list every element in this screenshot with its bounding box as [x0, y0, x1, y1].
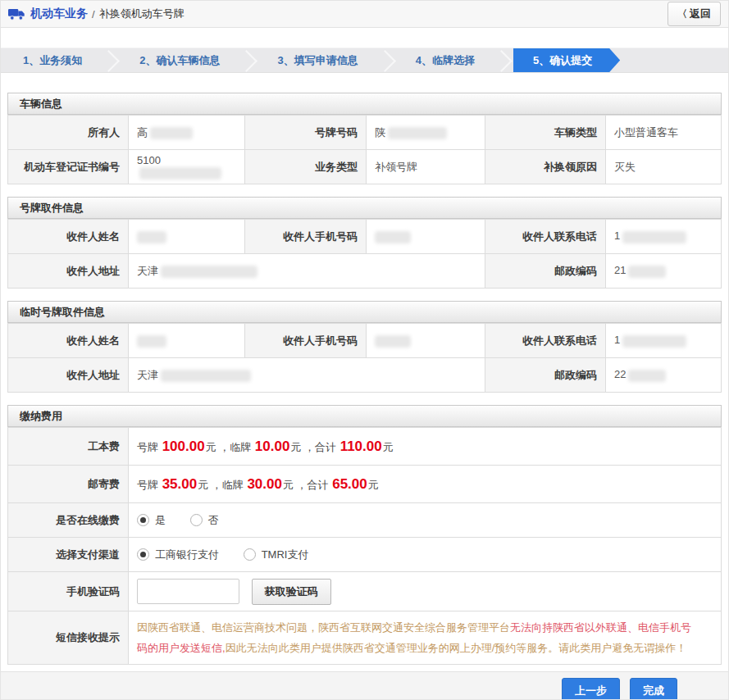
sms-notice-label: 短信接收提示 — [8, 611, 129, 665]
breadcrumb-separator: / — [92, 8, 95, 20]
temp-plate-pickup-table: 收件人姓名 收件人手机号码 收件人联系电话 1 收件人地址 天津 邮政编码 22 — [7, 323, 722, 393]
postage-fee-value: 号牌 35.00元 ，临牌 30.00元 ，合计 65.00元 — [129, 466, 722, 503]
registration-cert-value: 5100 — [129, 150, 245, 184]
step-separator-icon — [497, 48, 510, 72]
redacted-value — [375, 335, 411, 348]
recipient-name-value — [129, 220, 245, 254]
table-row: 机动车登记证书编号 5100 业务类型 补领号牌 补换领原因 灭失 — [8, 150, 722, 184]
footer-bar: 上一步 完成 — [1, 671, 728, 700]
recipient-mobile-value — [367, 220, 485, 254]
recipient-address-label: 收件人地址 — [8, 254, 129, 289]
redacted-value — [628, 266, 666, 278]
section-vehicle-info: 车辆信息 所有人 高 号牌号码 陕 车辆类型 小型普通客车 机动车登记证书编号 … — [7, 93, 722, 184]
plate-number-label: 号牌号码 — [245, 116, 367, 150]
replace-reason-value: 灭失 — [606, 150, 722, 184]
plate-number-value: 陕 — [367, 116, 485, 150]
redacted-value — [161, 370, 251, 382]
table-row: 收件人地址 天津 邮政编码 21 — [8, 254, 722, 289]
back-chevron-icon: 〈 — [677, 7, 687, 21]
sms-code-cell: 获取验证码 — [129, 572, 722, 611]
recipient-phone-value: 1 — [606, 324, 722, 358]
table-row: 手机验证码 获取验证码 — [8, 572, 722, 611]
table-row: 是否在线缴费 是 否 — [8, 503, 722, 538]
radio-channel-icbc-label[interactable]: 工商银行支付 — [155, 548, 219, 561]
vehicle-type-value: 小型普通客车 — [606, 116, 722, 150]
tab-step-1[interactable]: 1、业务须知 — [1, 48, 104, 72]
fee-amount: 30.00 — [246, 476, 283, 492]
fee-amount: 100.00 — [162, 439, 206, 454]
fees-table: 工本费 号牌 100.00元 ，临牌 10.00元 ，合计 110.00元 邮寄… — [7, 427, 722, 665]
breadcrumb-service-title: 机动车业务 — [30, 7, 88, 21]
recipient-address-label: 收件人地址 — [8, 358, 129, 393]
payment-channel-label: 选择支付渠道 — [8, 538, 129, 572]
radio-channel-tmri-label[interactable]: TMRI支付 — [262, 548, 309, 561]
tab-step-2[interactable]: 2、确认车辆信息 — [117, 48, 242, 72]
page: 机动车业务 / 补换领机动车号牌 〈 返回 1、业务须知 2、确认车辆信息 3、… — [0, 0, 729, 700]
vehicle-info-table: 所有人 高 号牌号码 陕 车辆类型 小型普通客车 机动车登记证书编号 5100 … — [7, 115, 722, 184]
zip-code-value: 22 — [606, 358, 722, 393]
production-fee-label: 工本费 — [8, 428, 129, 466]
step-separator-icon — [104, 48, 117, 72]
table-row: 短信接收提示 因陕西省联通、电信运营商技术问题，陕西省互联网交通安全综合服务管理… — [8, 611, 722, 665]
section-title: 临时号牌取件信息 — [7, 301, 722, 323]
recipient-name-label: 收件人姓名 — [8, 220, 129, 254]
replace-reason-label: 补换领原因 — [485, 150, 606, 184]
radio-online-no-label[interactable]: 否 — [208, 514, 219, 526]
production-fee-value: 号牌 100.00元 ，临牌 10.00元 ，合计 110.00元 — [129, 428, 722, 466]
steps-bar: 1、业务须知 2、确认车辆信息 3、填写申请信息 4、临牌选择 5、确认提交 — [1, 48, 728, 73]
redacted-value — [388, 127, 447, 139]
recipient-mobile-value — [367, 324, 485, 358]
radio-online-yes-label[interactable]: 是 — [155, 514, 166, 526]
tab-step-3[interactable]: 3、填写申请信息 — [255, 48, 380, 72]
tab-step-5-active[interactable]: 5、确认提交 — [513, 48, 620, 72]
table-row: 收件人姓名 收件人手机号码 收件人联系电话 1 — [8, 220, 722, 254]
tab-step-4[interactable]: 4、临牌选择 — [394, 48, 497, 72]
section-title: 缴纳费用 — [7, 405, 722, 427]
back-button[interactable]: 〈 返回 — [667, 2, 721, 26]
sms-code-input[interactable] — [137, 579, 239, 604]
business-type-value: 补领号牌 — [367, 150, 485, 184]
finish-button[interactable]: 完成 — [630, 678, 677, 700]
table-row: 工本费 号牌 100.00元 ，临牌 10.00元 ，合计 110.00元 — [8, 428, 722, 466]
recipient-mobile-label: 收件人手机号码 — [245, 324, 367, 358]
section-fees: 缴纳费用 工本费 号牌 100.00元 ，临牌 10.00元 ，合计 110.0… — [7, 405, 722, 665]
section-temp-plate-pickup: 临时号牌取件信息 收件人姓名 收件人手机号码 收件人联系电话 1 收件人地址 天… — [7, 301, 722, 393]
radio-channel-icbc[interactable] — [137, 548, 149, 561]
fee-amount: 35.00 — [162, 476, 198, 492]
redacted-value — [622, 231, 686, 243]
breadcrumb-page-title: 补换领机动车号牌 — [99, 7, 185, 21]
sms-notice-cell: 因陕西省联通、电信运营商技术问题，陕西省互联网交通安全综合服务管理平台无法向持陕… — [129, 611, 722, 665]
back-label: 返回 — [690, 7, 711, 21]
radio-online-yes[interactable] — [137, 514, 149, 526]
previous-step-button[interactable]: 上一步 — [562, 678, 620, 700]
vehicle-type-label: 车辆类型 — [485, 116, 606, 150]
recipient-phone-value: 1 — [606, 220, 722, 254]
owner-label: 所有人 — [8, 116, 129, 150]
get-sms-code-button[interactable]: 获取验证码 — [252, 579, 331, 605]
plate-pickup-table: 收件人姓名 收件人手机号码 收件人联系电话 1 收件人地址 天津 邮政编码 21 — [7, 219, 722, 289]
recipient-name-label: 收件人姓名 — [8, 324, 129, 358]
online-payment-label: 是否在线缴费 — [8, 503, 129, 538]
registration-cert-label: 机动车登记证书编号 — [8, 150, 129, 184]
recipient-address-value: 天津 — [129, 254, 485, 289]
radio-online-no[interactable] — [190, 514, 203, 526]
recipient-mobile-label: 收件人手机号码 — [245, 220, 367, 254]
zip-code-label: 邮政编码 — [485, 358, 606, 393]
fee-amount: 110.00 — [339, 439, 383, 454]
recipient-address-value: 天津 — [129, 358, 485, 393]
recipient-phone-label: 收件人联系电话 — [485, 220, 606, 254]
redacted-value — [139, 167, 221, 180]
recipient-name-value — [129, 324, 245, 358]
fee-amount: 65.00 — [331, 476, 368, 492]
section-title: 号牌取件信息 — [7, 197, 722, 219]
postage-fee-label: 邮寄费 — [8, 466, 129, 503]
radio-channel-tmri[interactable] — [244, 548, 256, 561]
zip-code-value: 21 — [606, 254, 722, 289]
sms-notice-text: 因陕西省联通、电信运营商技术问题，陕西省互联网交通安全综合服务管理平台无法向持陕… — [137, 611, 713, 664]
table-row: 所有人 高 号牌号码 陕 车辆类型 小型普通客车 — [8, 116, 722, 150]
redacted-value — [375, 231, 411, 243]
main-content: 车辆信息 所有人 高 号牌号码 陕 车辆类型 小型普通客车 机动车登记证书编号 … — [1, 73, 728, 665]
redacted-value — [622, 335, 686, 348]
business-type-label: 业务类型 — [245, 150, 367, 184]
section-title: 车辆信息 — [7, 93, 722, 115]
